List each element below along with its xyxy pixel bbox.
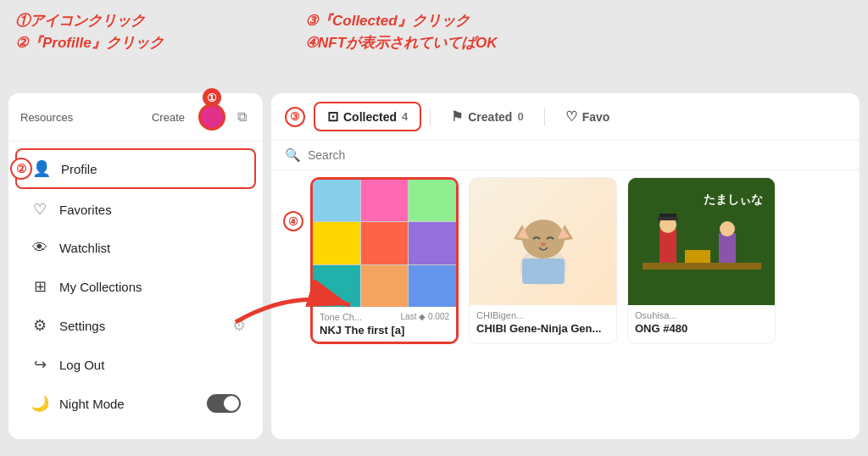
collections-icon: ⊞ xyxy=(31,277,49,296)
svg-rect-1 xyxy=(522,259,565,284)
moon-icon: 🌙 xyxy=(31,394,49,413)
step4-annotation: ④ xyxy=(283,211,303,231)
pixel-image: たましぃな xyxy=(628,178,775,305)
created-tab-count: 0 xyxy=(517,110,523,123)
tab-divider-2 xyxy=(544,108,545,125)
my-collections-label: My Collections xyxy=(59,280,142,294)
logout-menu-item[interactable]: ↪ Log Out xyxy=(15,346,256,383)
logout-label: Log Out xyxy=(59,358,104,372)
tab-collected[interactable]: ⊡ Collected 4 xyxy=(314,102,421,131)
collage-cell xyxy=(409,265,456,307)
my-collections-menu-item[interactable]: ⊞ My Collections xyxy=(15,268,256,305)
tabs-row: ③ ⊡ Collected 4 ⚑ Created 0 ♡ Favo xyxy=(271,93,860,141)
right-panel: ③ ⊡ Collected 4 ⚑ Created 0 ♡ Favo 🔍 xyxy=(271,93,860,439)
step3-annotation: ③ xyxy=(285,107,305,127)
collage-cell xyxy=(409,222,456,264)
tab-created[interactable]: ⚑ Created 0 xyxy=(439,103,535,130)
profile-icon: 👤 xyxy=(32,159,51,178)
pixel-svg: たましぃな xyxy=(634,178,770,305)
settings-menu-item[interactable]: ⚙ Settings ⚙ xyxy=(15,307,256,344)
nft-seller-1: CHIBigen... xyxy=(476,310,609,320)
left-panel: Resources Create ① ⧉ ② 👤 Profile ♡ Favor… xyxy=(8,93,263,439)
nft-image-0 xyxy=(313,180,456,307)
nft-card-1[interactable]: CHIBigen... CHIBI Gene-Ninja Gen... xyxy=(469,177,617,344)
collage-grid xyxy=(313,180,456,307)
nft-title-0: NKJ The first [a] xyxy=(320,324,449,336)
collage-cell xyxy=(361,180,409,221)
settings-icon: ⚙ xyxy=(31,316,49,335)
step1-annotation: ① xyxy=(203,88,221,107)
svg-point-7 xyxy=(541,242,546,246)
instruction-left: ①アイコンクリック ②『Profille』クリック xyxy=(15,10,261,53)
avatar-container: ① xyxy=(198,103,225,131)
collage-cell xyxy=(313,265,360,307)
collage-cell xyxy=(361,222,409,264)
nft-title-2: ONG #480 xyxy=(635,322,768,335)
nft-image-2: たましぃな xyxy=(628,178,775,305)
search-input[interactable] xyxy=(308,148,846,162)
svg-rect-17 xyxy=(685,250,710,263)
fox-svg xyxy=(505,195,581,288)
settings-label: Settings xyxy=(59,319,105,333)
search-icon: 🔍 xyxy=(285,147,301,163)
svg-point-2 xyxy=(522,220,565,259)
avatar[interactable] xyxy=(198,103,225,131)
svg-rect-15 xyxy=(719,233,736,263)
collage-cell xyxy=(313,180,360,221)
svg-rect-13 xyxy=(658,217,678,220)
profile-menu-item[interactable]: 👤 Profile xyxy=(15,148,256,189)
main-wrapper: ①アイコンクリック ②『Profille』クリック ③『Collected』クリ… xyxy=(0,0,868,456)
nft-seller-0: Tone Ch... Last ◆ 0.002 xyxy=(320,312,449,322)
tab-favorited[interactable]: ♡ Favo xyxy=(554,103,622,130)
night-mode-row: 🌙 Night Mode xyxy=(15,385,256,422)
resources-label: Resources xyxy=(20,111,145,124)
collected-tab-label: Collected xyxy=(343,110,397,124)
night-mode-label: Night Mode xyxy=(59,397,125,411)
watchlist-label: Watchlist xyxy=(59,241,110,255)
favorites-menu-item[interactable]: ♡ Favorites xyxy=(15,191,256,228)
created-tab-icon: ⚑ xyxy=(451,108,463,125)
toggle-knob xyxy=(224,396,239,411)
svg-rect-9 xyxy=(643,263,761,270)
favorited-tab-label: Favo xyxy=(582,110,610,124)
favorites-icon: ♡ xyxy=(31,200,49,219)
svg-rect-10 xyxy=(659,229,676,263)
collage-cell xyxy=(361,265,409,307)
nft-info-1: CHIBigen... CHIBI Gene-Ninja Gen... xyxy=(470,305,616,340)
create-label[interactable]: Create xyxy=(152,111,185,124)
tab-divider-1 xyxy=(430,108,431,125)
instruction-right: ③『Collected』クリック ④NFTが表示されていてばOK xyxy=(305,10,498,53)
favorited-tab-icon: ♡ xyxy=(565,108,577,125)
search-bar: 🔍 xyxy=(271,141,860,170)
step2-annotation: ② xyxy=(10,158,32,180)
nft-seller-2: Osuhisa... xyxy=(635,310,768,320)
collected-tab-count: 4 xyxy=(402,110,408,123)
nft-section: ④ xyxy=(271,170,860,439)
nft-info-2: Osuhisa... ONG #480 xyxy=(628,305,775,340)
menu-items: ② 👤 Profile ♡ Favorites 👁 Watchlist ⊞ My… xyxy=(8,142,263,439)
collage-cell xyxy=(313,222,360,264)
nft-image-1 xyxy=(470,178,616,305)
nft-card-2[interactable]: たましぃな Osuhisa... ONG #480 xyxy=(627,177,776,344)
logout-icon: ↪ xyxy=(31,355,49,374)
nft-title-1: CHIBI Gene-Ninja Gen... xyxy=(476,322,609,335)
watchlist-menu-item[interactable]: 👁 Watchlist xyxy=(15,230,256,266)
collected-tab-icon: ⊡ xyxy=(327,108,338,125)
profile-label: Profile xyxy=(61,162,97,176)
svg-point-16 xyxy=(720,221,735,236)
svg-text:たましぃな: たましぃな xyxy=(704,193,763,206)
favorites-label: Favorites xyxy=(59,203,112,217)
fox-image xyxy=(470,178,616,305)
nft-grid: Tone Ch... Last ◆ 0.002 NKJ The first [a… xyxy=(310,177,848,344)
profile-item-wrapper: ② 👤 Profile xyxy=(8,148,263,189)
collage-cell xyxy=(409,180,456,221)
nft-info-0: Tone Ch... Last ◆ 0.002 NKJ The first [a… xyxy=(313,307,456,342)
watchlist-icon: 👁 xyxy=(31,239,49,257)
step4-wrapper: ④ xyxy=(283,211,303,231)
nav-top: Resources Create ① ⧉ xyxy=(8,93,263,142)
copy-icon[interactable]: ⧉ xyxy=(232,108,251,126)
night-mode-toggle[interactable] xyxy=(207,394,241,413)
created-tab-label: Created xyxy=(468,110,512,124)
nft-card-0[interactable]: Tone Ch... Last ◆ 0.002 NKJ The first [a… xyxy=(310,177,459,344)
gear-icon-right: ⚙ xyxy=(232,316,246,335)
